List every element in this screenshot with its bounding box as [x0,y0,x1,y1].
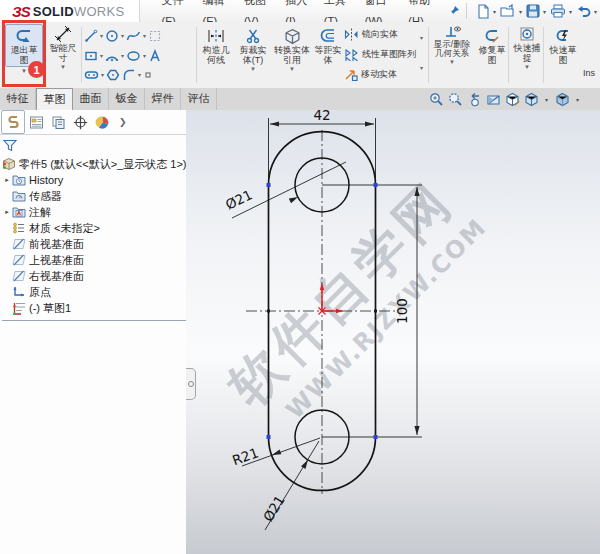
tree-item-origin[interactable]: 原点 [2,284,186,300]
dropdown-caret-icon[interactable]: ▼ [449,58,455,66]
dropdown-caret-icon[interactable]: ▾ [138,71,141,79]
dimension-bottom-diameter[interactable]: Ø21 [260,492,288,524]
dimxpert-tab-icon[interactable] [69,111,91,133]
dropdown-caret-icon[interactable]: ▾ [100,32,103,40]
quick-snaps-icon [519,24,535,44]
feature-manager-panel: ❯ 零件5 (默认<<默认>_显示状态 1>) ▸ History 传感器 ▸ … [0,110,187,554]
new-document-icon[interactable] [475,3,491,20]
tree-item-sensors[interactable]: 传感器 [2,188,186,204]
dropdown-caret-icon[interactable]: ▼ [524,63,530,71]
dropdown-caret-icon[interactable]: ▾ [143,52,146,60]
move-entities-item[interactable]: 移动实体 [344,65,424,83]
print-icon[interactable] [549,3,567,19]
circle-tool-icon[interactable] [105,29,119,43]
open-icon[interactable] [499,3,517,19]
fillet-tool-icon[interactable] [122,68,136,82]
propertymanager-tab-icon[interactable] [25,111,47,133]
section-view-icon[interactable] [486,92,501,107]
repair-sketch-button[interactable]: 修复草图 [476,26,508,65]
construction-geometry-icon [207,26,225,46]
expand-arrow-icon[interactable]: ▸ [2,176,12,184]
dropdown-caret-icon[interactable]: ▾ [594,8,597,15]
tab-evaluate[interactable]: 评估 [181,88,217,110]
trim-entities-button[interactable]: 剪裁实体(T) ▼ [235,26,271,73]
display-delete-relations-button[interactable]: 显示/删除几何关系 ▼ [431,24,473,66]
dimension-length[interactable]: 100 [394,298,410,324]
tree-item-front-plane[interactable]: 前视基准面 [2,236,186,252]
save-icon[interactable] [525,3,541,19]
dimension-radius[interactable]: R21 [230,444,260,468]
dropdown-caret-icon[interactable]: ▼ [289,65,295,73]
tab-sheet-metal[interactable]: 钣金 [109,88,145,110]
dropdown-caret-icon[interactable]: ▾ [121,32,124,40]
pin-icon[interactable] [448,5,460,17]
dropdown-caret-icon[interactable]: ▾ [519,8,522,15]
offset-entities-label: 等距实体 [313,46,343,65]
repair-sketch-label: 修复草图 [477,46,507,65]
shaded-view-icon[interactable] [555,92,570,107]
quick-snaps-button[interactable]: 快速捕捉 ▼ [511,24,543,71]
rapid-sketch-button[interactable]: 快速草图 [547,26,579,65]
point-tool-icon[interactable] [143,70,153,80]
mirror-entities-item[interactable]: 镜向实体 [344,25,424,43]
tree-item-top-plane[interactable]: 上视基准面 [2,252,186,268]
tree-item-material[interactable]: 材质 <未指定> [2,220,186,236]
dropdown-caret-icon[interactable]: ▾ [121,52,124,60]
zoom-fit-icon[interactable] [429,92,444,107]
tab-surfaces[interactable]: 曲面 [73,88,109,110]
polygon-tool-icon[interactable] [106,68,120,82]
dropdown-caret-icon[interactable]: ▾ [545,96,548,103]
tree-root-part[interactable]: 零件5 (默认<<默认>_显示状态 1>) [2,156,186,172]
toolbar-separator [196,27,197,83]
tree-item-annotations[interactable]: ▸ A 注解 [2,204,186,220]
grid-plane-icon[interactable] [148,29,162,43]
tab-features[interactable]: 特征 [0,88,36,110]
move-entities-icon [344,68,358,81]
spline-tool-icon[interactable] [126,29,141,43]
previous-view-icon[interactable] [467,92,482,107]
rectangle-tool-icon[interactable] [84,49,98,63]
dropdown-caret-icon[interactable]: ▾ [100,52,103,60]
dropdown-caret-icon[interactable]: ▾ [420,64,423,72]
dropdown-caret-icon[interactable]: ▼ [250,65,256,73]
dropdown-caret-icon[interactable]: ▾ [569,8,572,15]
dropdown-caret-icon[interactable]: ▾ [493,8,496,15]
zoom-area-icon[interactable] [448,92,463,107]
display-style-icon[interactable] [505,92,520,107]
ellipse-tool-icon[interactable] [126,49,141,63]
undo-icon[interactable] [575,4,592,19]
arc-tool-icon[interactable] [105,49,119,63]
text-tool-icon[interactable] [148,49,162,63]
dropdown-caret-icon[interactable]: ▾ [101,71,104,79]
displaymanager-tab-icon[interactable] [91,111,113,133]
sketch-canvas[interactable]: 软件自学网 WWW.RJZXW.COM [186,110,600,554]
panel-tabs-overflow-icon[interactable]: ❯ [119,117,127,127]
dropdown-caret-icon[interactable]: ▾ [576,96,579,103]
tab-sketch[interactable]: 草图 [36,88,73,110]
featuremanager-tab-icon[interactable] [1,110,25,134]
panel-splitter-handle[interactable] [186,368,196,400]
linear-pattern-item[interactable]: 线性草图阵列 [344,45,424,63]
tree-item-right-plane[interactable]: 右视基准面 [2,268,186,284]
dropdown-caret-icon[interactable]: ▾ [420,34,423,42]
offset-entities-button[interactable]: 等距实体 [312,26,344,65]
configmanager-tab-icon[interactable] [47,111,69,133]
expand-arrow-icon[interactable]: ▸ [2,208,12,216]
dimension-width[interactable]: 42 [313,110,330,123]
tree-filter[interactable] [0,135,186,153]
graphics-viewport[interactable]: 软件自学网 WWW.RJZXW.COM [186,110,600,554]
view-orientation-icon[interactable] [524,92,539,107]
slot-tool-icon[interactable] [84,68,99,82]
dropdown-caret-icon[interactable]: ▼ [60,63,66,71]
smart-dimension-button[interactable]: 智能尺寸 ▼ [46,24,80,71]
tree-item-sketch1[interactable]: (-) 草图1 [2,300,186,316]
dropdown-caret-icon[interactable]: ▾ [543,8,546,15]
heads-up-view-toolbar: ▾ ▾ [429,89,582,109]
construction-geometry-button[interactable]: 构造几何线 [199,26,233,65]
line-tool-icon[interactable] [84,29,98,43]
truncated-button-label[interactable]: Ins [583,68,600,78]
dropdown-caret-icon[interactable]: ▾ [143,32,146,40]
tree-item-history[interactable]: ▸ History [2,172,186,188]
tab-weldments[interactable]: 焊件 [145,88,181,110]
convert-entities-button[interactable]: 转换实体引用 ▼ [273,26,311,73]
